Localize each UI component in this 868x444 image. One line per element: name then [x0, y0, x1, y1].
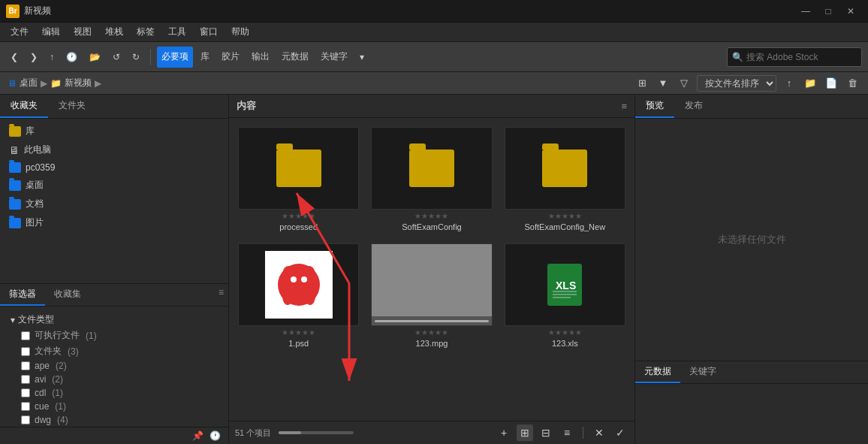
- menu-edit[interactable]: 编辑: [36, 23, 66, 41]
- menu-window[interactable]: 窗口: [194, 23, 224, 41]
- filter-tab-filter[interactable]: 筛选器: [0, 284, 45, 306]
- svg-point-1: [283, 266, 295, 278]
- footer-close-button[interactable]: ✕: [591, 424, 607, 441]
- filter-checkbox-executable[interactable]: [21, 331, 30, 340]
- nav-forward-button[interactable]: ❯: [26, 47, 42, 68]
- reveal-button[interactable]: 📂: [85, 47, 105, 68]
- menu-file[interactable]: 文件: [5, 23, 35, 41]
- menu-tools[interactable]: 工具: [162, 23, 192, 41]
- footer-check-button[interactable]: ✓: [612, 424, 628, 441]
- psd-svg: [273, 258, 325, 311]
- right-tab-publish[interactable]: 发布: [674, 95, 713, 118]
- breadcrumb-icon: 🖥: [8, 78, 17, 89]
- filter-checkbox-cdl[interactable]: [21, 388, 30, 397]
- close-button[interactable]: ✕: [839, 0, 862, 23]
- folder-icon-library: [9, 126, 21, 137]
- filter-group-title[interactable]: ▾ 文件类型: [11, 312, 218, 328]
- thumb-box-processed: [238, 127, 359, 210]
- keyword-button[interactable]: 关键字: [316, 47, 352, 68]
- stars-mpg: ★★★★★: [414, 328, 448, 337]
- filter-checkbox-dwg[interactable]: [21, 415, 30, 424]
- maximize-button[interactable]: □: [817, 0, 839, 23]
- thumb-name-processed: processed: [279, 222, 318, 231]
- recent-button[interactable]: 🕐: [62, 47, 82, 68]
- view-grid2-button[interactable]: ⊟: [538, 424, 554, 441]
- svg-point-5: [291, 276, 297, 282]
- content-grid: ★★★★★ processed ★★★★★ SoftExamConfig ★★★…: [229, 118, 634, 421]
- workspace-dropdown[interactable]: ▾: [355, 47, 369, 68]
- folder-thumb-softexamconfignew: [542, 150, 587, 187]
- thumb-item-softexamconfignew[interactable]: ★★★★★ SoftExamConfig_New: [502, 124, 628, 234]
- filter-panel: 筛选器 收藏集 ≡ ▾ 文件类型 可执行文件 (1): [0, 283, 228, 444]
- new-folder-icon[interactable]: 📁: [802, 75, 818, 92]
- filmstrip-button[interactable]: 胶片: [217, 47, 244, 68]
- stars-processed: ★★★★★: [282, 212, 315, 220]
- metadata-button[interactable]: 元数据: [277, 47, 313, 68]
- menu-label[interactable]: 标签: [131, 23, 161, 41]
- rotate-left-button[interactable]: ↺: [108, 47, 125, 68]
- grid-sort-icon[interactable]: ⊞: [634, 75, 650, 92]
- scroll-indicator: [279, 431, 354, 434]
- nav-back-button[interactable]: ❮: [6, 47, 23, 68]
- menu-view[interactable]: 视图: [68, 23, 98, 41]
- thumb-item-psd[interactable]: ★★★★★ 1.psd: [235, 240, 362, 351]
- view-list-button[interactable]: ≡: [559, 424, 575, 441]
- right-tab-preview[interactable]: 预览: [635, 95, 674, 118]
- rotate-right-button[interactable]: ↻: [128, 47, 144, 68]
- folder-item-library[interactable]: 库: [0, 122, 228, 140]
- history-icon[interactable]: 🕐: [209, 430, 221, 441]
- stars-psd: ★★★★★: [282, 328, 315, 337]
- folder-item-pc0359[interactable]: pc0359: [0, 159, 228, 176]
- minimize-button[interactable]: —: [794, 0, 817, 23]
- right-tab-keyword[interactable]: 关键字: [680, 361, 725, 383]
- folder-item-pictures[interactable]: 图片: [0, 213, 228, 232]
- thumb-item-processed[interactable]: ★★★★★ processed: [235, 124, 362, 234]
- new-file-icon[interactable]: 📄: [823, 75, 839, 92]
- menu-stack[interactable]: 堆栈: [99, 23, 129, 41]
- content-menu-icon[interactable]: ≡: [621, 101, 627, 112]
- sidebar-tab-favorites[interactable]: 收藏夹: [0, 95, 48, 118]
- breadcrumb-folder[interactable]: 新视频 ▶: [65, 77, 101, 89]
- thumb-item-mpg[interactable]: ★★★★★ 123.mpg: [368, 240, 495, 351]
- filter-checkbox-avi[interactable]: [21, 375, 30, 384]
- output-button[interactable]: 输出: [247, 47, 274, 68]
- add-content-button[interactable]: +: [496, 424, 512, 441]
- preview-area: 未选择任何文件: [635, 119, 868, 361]
- stars-softexamconfignew: ★★★★★: [548, 212, 582, 220]
- filter-menu-icon[interactable]: ≡: [214, 284, 228, 306]
- folder-item-computer[interactable]: 🖥 此电脑: [0, 140, 228, 159]
- folder-item-documents[interactable]: 文档: [0, 195, 228, 213]
- footer-separator: [583, 427, 583, 439]
- pin-icon[interactable]: 📌: [192, 430, 203, 441]
- view-grid-button[interactable]: ⊞: [517, 424, 533, 441]
- thumb-item-xls[interactable]: XLS ★★★★★ 123.xls: [502, 240, 628, 351]
- sort-direction-icon[interactable]: ▼: [655, 75, 671, 92]
- svg-point-4: [305, 287, 315, 305]
- svg-rect-11: [553, 297, 571, 298]
- folder-item-desktop[interactable]: 桌面: [0, 176, 228, 195]
- folder-icon-breadcrumb: 📁: [50, 78, 62, 89]
- sort-asc-icon[interactable]: ↑: [781, 75, 797, 92]
- thumb-name-mpg: 123.mpg: [416, 339, 448, 348]
- filter-checkbox-cue[interactable]: [21, 402, 30, 411]
- library-button[interactable]: 库: [196, 47, 214, 68]
- filter-checkbox-folder[interactable]: [21, 347, 30, 356]
- sort-select[interactable]: 按文件名排序: [697, 75, 776, 92]
- right-tab-metadata[interactable]: 元数据: [635, 361, 680, 383]
- menu-help[interactable]: 帮助: [225, 23, 255, 41]
- filter-checkbox-ape[interactable]: [21, 361, 30, 370]
- nav-up-button[interactable]: ↑: [45, 47, 59, 68]
- search-input[interactable]: [746, 52, 851, 62]
- thumb-item-softexamconfig[interactable]: ★★★★★ SoftExamConfig: [368, 124, 495, 234]
- search-box: 🔍: [727, 47, 862, 67]
- filter-group-filetype: ▾ 文件类型 可执行文件 (1) 文件夹 (3): [0, 310, 228, 427]
- filter-icon[interactable]: ▽: [676, 75, 692, 92]
- essential-button[interactable]: 必要项: [157, 47, 193, 68]
- breadcrumb-desktop[interactable]: 桌面 ▶: [20, 77, 47, 89]
- app-icon: Br: [6, 5, 20, 18]
- delete-icon[interactable]: 🗑: [844, 75, 860, 92]
- folder-icon-desktop: [9, 180, 21, 191]
- filter-tab-collection[interactable]: 收藏集: [45, 284, 90, 306]
- sidebar-tab-folder[interactable]: 文件夹: [48, 95, 96, 118]
- folder-thumb-softexamconfig: [409, 150, 454, 187]
